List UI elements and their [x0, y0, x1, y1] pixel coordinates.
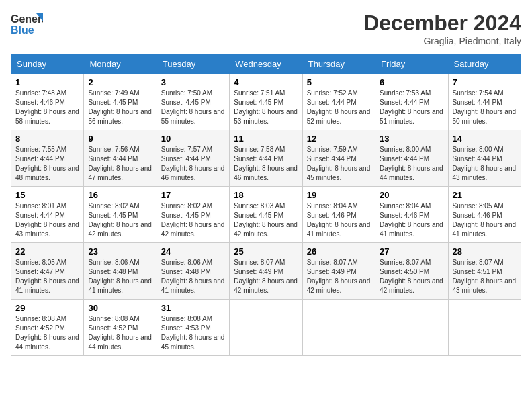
- calendar-cell: 26 Sunrise: 8:07 AM Sunset: 4:49 PM Dayl…: [302, 243, 375, 300]
- calendar-cell: 25 Sunrise: 8:07 AM Sunset: 4:49 PM Dayl…: [230, 243, 302, 300]
- day-info: Sunrise: 7:52 AM Sunset: 4:44 PM Dayligh…: [307, 89, 371, 126]
- day-number: 23: [88, 246, 152, 257]
- calendar-cell: 16 Sunrise: 8:02 AM Sunset: 4:45 PM Dayl…: [84, 187, 157, 243]
- day-info: Sunrise: 8:01 AM Sunset: 4:44 PM Dayligh…: [15, 201, 79, 239]
- day-info: Sunrise: 8:08 AM Sunset: 4:53 PM Dayligh…: [161, 314, 225, 352]
- day-number: 17: [161, 190, 225, 200]
- day-info: Sunrise: 8:08 AM Sunset: 4:52 PM Dayligh…: [88, 314, 152, 352]
- day-info: Sunrise: 8:05 AM Sunset: 4:46 PM Dayligh…: [453, 201, 517, 239]
- calendar-cell: [302, 300, 375, 356]
- day-number: 26: [307, 246, 371, 257]
- calendar-cell: 30 Sunrise: 8:08 AM Sunset: 4:52 PM Dayl…: [84, 300, 157, 356]
- day-number: 10: [161, 134, 225, 144]
- calendar-cell: 13 Sunrise: 8:00 AM Sunset: 4:44 PM Dayl…: [375, 130, 448, 187]
- day-number: 11: [234, 134, 298, 144]
- day-info: Sunrise: 8:08 AM Sunset: 4:52 PM Dayligh…: [15, 314, 79, 352]
- day-number: 21: [453, 190, 517, 200]
- day-info: Sunrise: 7:48 AM Sunset: 4:46 PM Dayligh…: [15, 89, 79, 126]
- day-info: Sunrise: 8:00 AM Sunset: 4:44 PM Dayligh…: [380, 145, 443, 183]
- calendar-cell: 6 Sunrise: 7:53 AM Sunset: 4:44 PM Dayli…: [375, 74, 448, 130]
- day-info: Sunrise: 8:00 AM Sunset: 4:44 PM Dayligh…: [453, 145, 517, 183]
- calendar-cell: 20 Sunrise: 8:04 AM Sunset: 4:46 PM Dayl…: [375, 187, 448, 243]
- day-info: Sunrise: 7:58 AM Sunset: 4:44 PM Dayligh…: [234, 145, 298, 183]
- day-number: 25: [234, 246, 298, 257]
- calendar-cell: 19 Sunrise: 8:04 AM Sunset: 4:46 PM Dayl…: [302, 187, 375, 243]
- day-info: Sunrise: 8:06 AM Sunset: 4:48 PM Dayligh…: [161, 258, 225, 295]
- day-number: 29: [15, 303, 79, 313]
- col-header-friday: Friday: [375, 55, 448, 74]
- logo: General Blue: [11, 11, 43, 40]
- day-number: 14: [453, 134, 517, 144]
- day-number: 30: [88, 303, 152, 313]
- day-number: 18: [234, 190, 298, 200]
- day-number: 12: [307, 134, 371, 144]
- calendar-week-row: 1 Sunrise: 7:48 AM Sunset: 4:46 PM Dayli…: [11, 74, 521, 130]
- calendar-cell: 11 Sunrise: 7:58 AM Sunset: 4:44 PM Dayl…: [230, 130, 302, 187]
- calendar-cell: 24 Sunrise: 8:06 AM Sunset: 4:48 PM Dayl…: [157, 243, 229, 300]
- calendar-cell: 1 Sunrise: 7:48 AM Sunset: 4:46 PM Dayli…: [11, 74, 84, 130]
- day-number: 19: [307, 190, 371, 200]
- title-block: December 2024 Graglia, Piedmont, Italy: [363, 11, 521, 46]
- calendar-week-row: 8 Sunrise: 7:55 AM Sunset: 4:44 PM Dayli…: [11, 130, 521, 187]
- day-number: 28: [453, 246, 517, 257]
- day-number: 9: [88, 134, 152, 144]
- day-number: 31: [161, 303, 225, 313]
- col-header-wednesday: Wednesday: [230, 55, 302, 74]
- day-number: 20: [380, 190, 443, 200]
- calendar-cell: 17 Sunrise: 8:02 AM Sunset: 4:45 PM Dayl…: [157, 187, 229, 243]
- day-info: Sunrise: 7:51 AM Sunset: 4:45 PM Dayligh…: [234, 89, 298, 126]
- day-number: 1: [15, 77, 79, 87]
- calendar-header-row: SundayMondayTuesdayWednesdayThursdayFrid…: [11, 55, 521, 74]
- logo-icon: General Blue: [11, 11, 43, 38]
- day-info: Sunrise: 8:07 AM Sunset: 4:51 PM Dayligh…: [453, 258, 517, 295]
- day-number: 24: [161, 246, 225, 257]
- day-number: 16: [88, 190, 152, 200]
- calendar-cell: 3 Sunrise: 7:50 AM Sunset: 4:45 PM Dayli…: [157, 74, 229, 130]
- day-info: Sunrise: 8:07 AM Sunset: 4:49 PM Dayligh…: [234, 258, 298, 295]
- day-number: 8: [15, 134, 79, 144]
- calendar-cell: 7 Sunrise: 7:54 AM Sunset: 4:44 PM Dayli…: [448, 74, 521, 130]
- calendar-cell: 15 Sunrise: 8:01 AM Sunset: 4:44 PM Dayl…: [11, 187, 84, 243]
- day-info: Sunrise: 8:03 AM Sunset: 4:45 PM Dayligh…: [234, 201, 298, 239]
- calendar-cell: 18 Sunrise: 8:03 AM Sunset: 4:45 PM Dayl…: [230, 187, 302, 243]
- calendar-cell: [448, 300, 521, 356]
- day-info: Sunrise: 7:56 AM Sunset: 4:44 PM Dayligh…: [88, 145, 152, 183]
- day-number: 7: [453, 77, 517, 87]
- day-number: 27: [380, 246, 443, 257]
- day-info: Sunrise: 7:57 AM Sunset: 4:44 PM Dayligh…: [161, 145, 225, 183]
- day-info: Sunrise: 7:55 AM Sunset: 4:44 PM Dayligh…: [15, 145, 79, 183]
- calendar-cell: 28 Sunrise: 8:07 AM Sunset: 4:51 PM Dayl…: [448, 243, 521, 300]
- day-info: Sunrise: 8:02 AM Sunset: 4:45 PM Dayligh…: [161, 201, 225, 239]
- day-number: 4: [234, 77, 298, 87]
- calendar-cell: 31 Sunrise: 8:08 AM Sunset: 4:53 PM Dayl…: [157, 300, 229, 356]
- day-info: Sunrise: 8:05 AM Sunset: 4:47 PM Dayligh…: [15, 258, 79, 295]
- day-info: Sunrise: 7:49 AM Sunset: 4:45 PM Dayligh…: [88, 89, 152, 126]
- day-info: Sunrise: 8:07 AM Sunset: 4:50 PM Dayligh…: [380, 258, 443, 295]
- day-number: 13: [380, 134, 443, 144]
- day-number: 5: [307, 77, 371, 87]
- calendar-cell: 21 Sunrise: 8:05 AM Sunset: 4:46 PM Dayl…: [448, 187, 521, 243]
- calendar-week-row: 22 Sunrise: 8:05 AM Sunset: 4:47 PM Dayl…: [11, 243, 521, 300]
- col-header-tuesday: Tuesday: [157, 55, 229, 74]
- col-header-saturday: Saturday: [448, 55, 521, 74]
- day-info: Sunrise: 7:59 AM Sunset: 4:44 PM Dayligh…: [307, 145, 371, 183]
- calendar-cell: 14 Sunrise: 8:00 AM Sunset: 4:44 PM Dayl…: [448, 130, 521, 187]
- day-info: Sunrise: 8:02 AM Sunset: 4:45 PM Dayligh…: [88, 201, 152, 239]
- calendar-cell: 29 Sunrise: 8:08 AM Sunset: 4:52 PM Dayl…: [11, 300, 84, 356]
- day-info: Sunrise: 7:53 AM Sunset: 4:44 PM Dayligh…: [380, 89, 443, 126]
- day-info: Sunrise: 8:04 AM Sunset: 4:46 PM Dayligh…: [307, 201, 371, 239]
- day-number: 15: [15, 190, 79, 200]
- location-subtitle: Graglia, Piedmont, Italy: [363, 36, 521, 46]
- calendar-cell: [375, 300, 448, 356]
- col-header-sunday: Sunday: [11, 55, 84, 74]
- calendar-table: SundayMondayTuesdayWednesdayThursdayFrid…: [11, 54, 521, 356]
- calendar-cell: 2 Sunrise: 7:49 AM Sunset: 4:45 PM Dayli…: [84, 74, 157, 130]
- day-info: Sunrise: 7:54 AM Sunset: 4:44 PM Dayligh…: [453, 89, 517, 126]
- day-info: Sunrise: 8:06 AM Sunset: 4:48 PM Dayligh…: [88, 258, 152, 295]
- day-number: 6: [380, 77, 443, 87]
- calendar-cell: 9 Sunrise: 7:56 AM Sunset: 4:44 PM Dayli…: [84, 130, 157, 187]
- calendar-cell: 27 Sunrise: 8:07 AM Sunset: 4:50 PM Dayl…: [375, 243, 448, 300]
- col-header-monday: Monday: [84, 55, 157, 74]
- month-title: December 2024: [363, 11, 521, 36]
- day-info: Sunrise: 8:07 AM Sunset: 4:49 PM Dayligh…: [307, 258, 371, 295]
